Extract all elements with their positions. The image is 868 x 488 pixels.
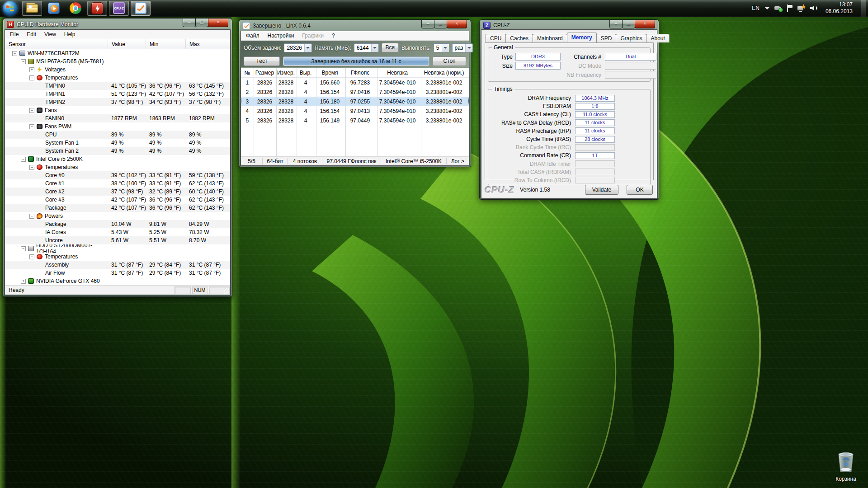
volume-icon[interactable]	[810, 5, 818, 12]
collapse-box-icon[interactable]: −	[29, 75, 34, 80]
combo-arrow-icon[interactable]	[465, 44, 472, 52]
maximize-button[interactable]: □	[195, 19, 208, 27]
sensor-row[interactable]: Air Flow31 °C (87 °F)29 °C (84 °F)31 °C …	[5, 269, 230, 277]
sensor-row[interactable]: −Fans	[5, 106, 230, 114]
collapse-box-icon[interactable]: −	[21, 246, 26, 251]
maximize-button[interactable]: □	[434, 20, 447, 28]
tab-memory[interactable]: Memory	[567, 33, 597, 42]
tray-clock[interactable]: 13:07 06.06.2013	[823, 1, 855, 15]
action-center-flag-icon[interactable]	[787, 5, 793, 12]
table-header-cell[interactable]: Время	[315, 70, 344, 76]
hwmonitor-titlebar[interactable]: H CPUID Hardware Monitor − □ ×	[3, 19, 232, 29]
sensor-row[interactable]: −WIN-M7T6CBABT2M	[5, 49, 230, 57]
ok-button[interactable]: OK	[627, 185, 653, 195]
menu-file[interactable]: File	[6, 31, 23, 38]
sensor-row[interactable]: −MSI P67A-GD65 (MS-7681)	[5, 57, 230, 66]
test-button[interactable]: Тест	[244, 56, 280, 66]
sensor-row[interactable]: FANIN01877 RPM1863 RPM1882 RPM	[5, 114, 230, 122]
sensor-row[interactable]: TMPIN151 °C (123 °F)42 °C (107 °F)56 °C …	[5, 90, 230, 98]
collapse-box-icon[interactable]: −	[29, 124, 34, 129]
taskbar-button-cpuz[interactable]: CPU-Z	[109, 1, 129, 16]
collapse-box-icon[interactable]: −	[21, 157, 26, 162]
collapse-box-icon[interactable]: −	[29, 254, 34, 259]
usb-icon[interactable]	[774, 5, 782, 12]
hidden-icons-chevron[interactable]	[765, 7, 769, 9]
collapse-box-icon[interactable]: −	[29, 214, 34, 219]
minimize-button[interactable]: −	[183, 19, 196, 27]
tab-cpu[interactable]: CPU	[486, 34, 506, 42]
collapse-box-icon[interactable]: −	[12, 51, 17, 56]
sensor-row[interactable]: +Voltages	[5, 66, 230, 74]
sensor-row[interactable]: Core #138 °C (100 °F)33 °C (91 °F)62 °C …	[5, 179, 230, 188]
run-count-combo[interactable]: 5	[434, 43, 449, 52]
sensor-row[interactable]: Core #237 °C (98 °F)32 °C (89 °F)60 °C (…	[5, 188, 230, 196]
menu-file[interactable]: Файл	[242, 33, 264, 39]
tab-about[interactable]: About	[646, 34, 669, 42]
sensor-row[interactable]: +NVIDIA GeForce GTX 460	[5, 277, 230, 285]
taskbar-button-media-player[interactable]	[44, 1, 64, 16]
close-button[interactable]: ×	[447, 20, 467, 28]
linx-titlebar[interactable]: Завершено - LinX 0.6.4 − □ ×	[239, 20, 471, 31]
resize-grip[interactable]	[224, 288, 229, 294]
sensor-row[interactable]: System Fan 149 %49 %49 %	[5, 139, 230, 147]
start-button[interactable]	[3, 1, 18, 16]
table-header-cell[interactable]: ГФлопс	[344, 70, 376, 76]
collapse-box-icon[interactable]: −	[29, 165, 34, 170]
combo-arrow-icon[interactable]	[304, 44, 311, 52]
sensor-row[interactable]: TMPIN237 °C (98 °F)34 °C (93 °F)37 °C (9…	[5, 98, 230, 106]
cpuz-titlebar[interactable]: Z CPU-Z − □ ×	[480, 20, 659, 29]
tab-mainboard[interactable]: Mainboard	[533, 34, 567, 42]
sensor-row[interactable]: TMPIN041 °C (105 °F)36 °C (96 °F)63 °C (…	[5, 82, 230, 90]
status-log-link[interactable]: Лог >	[447, 158, 469, 164]
result-row[interactable]: 528326283284156.14997.04497.304594e-0103…	[241, 116, 469, 125]
close-button[interactable]: ×	[208, 19, 228, 27]
sensor-row[interactable]: IA Cores5.43 W5.25 W78.32 W	[5, 228, 230, 236]
stop-button[interactable]: Стоп	[433, 56, 466, 66]
tab-spd[interactable]: SPD	[596, 34, 617, 42]
taskbar-button-explorer[interactable]	[22, 1, 42, 16]
menu-help[interactable]: Help	[60, 31, 80, 38]
sensor-row[interactable]: CPU89 %89 %89 %	[5, 131, 230, 139]
language-indicator[interactable]: EN	[751, 5, 760, 11]
taskbar-button-lightning-app[interactable]	[87, 1, 107, 16]
result-row[interactable]: 228326283284156.15497.04167.304594e-0103…	[241, 87, 469, 97]
minimize-button[interactable]: −	[421, 20, 434, 28]
combo-arrow-icon[interactable]	[371, 44, 378, 52]
sensor-row[interactable]: Package10.04 W9.81 W84.29 W	[5, 220, 230, 228]
sensor-row[interactable]: −Temperatures	[5, 74, 230, 82]
maximize-button[interactable]: □	[622, 20, 635, 28]
column-header-min[interactable]: Min	[146, 39, 186, 49]
menu-help[interactable]: ?	[328, 33, 339, 39]
menu-settings[interactable]: Настройки	[264, 33, 298, 39]
table-header-cell[interactable]: Невязка	[376, 70, 419, 76]
collapse-box-icon[interactable]: −	[29, 108, 34, 113]
sensor-row[interactable]: Package42 °C (107 °F)36 °C (96 °F)62 °C …	[5, 204, 230, 212]
result-row-selected[interactable]: 328326283284156.18097.02557.304594e-0103…	[241, 97, 469, 106]
sensor-row[interactable]: Core #342 °C (107 °F)36 °C (96 °F)62 °C …	[5, 196, 230, 204]
sensor-row[interactable]: −Powers	[5, 212, 230, 220]
expand-box-icon[interactable]: +	[29, 67, 34, 72]
menu-view[interactable]: View	[40, 31, 60, 38]
table-header-cell[interactable]: Выр.	[296, 70, 316, 76]
column-header-value[interactable]: Value	[108, 39, 146, 49]
minimize-button[interactable]: −	[609, 20, 623, 28]
combo-arrow-icon[interactable]	[442, 44, 449, 52]
sensor-row[interactable]: Uncore5.61 W5.51 W8.70 W	[5, 236, 230, 244]
close-button[interactable]: ×	[635, 20, 655, 28]
sensor-row[interactable]: −Intel Core i5 2500K	[5, 155, 230, 163]
menu-edit[interactable]: Edit	[23, 31, 40, 38]
memory-combo[interactable]: 6144	[354, 43, 379, 52]
taskbar-button-chrome[interactable]	[66, 1, 85, 16]
result-row[interactable]: 128326283284156.66096.72837.304594e-0103…	[241, 78, 469, 87]
table-header-cell[interactable]: Измер.	[276, 70, 296, 76]
taskbar-button-linx[interactable]	[131, 1, 151, 16]
column-header-sensor[interactable]: Sensor	[5, 39, 108, 49]
show-desktop-button[interactable]	[861, 0, 866, 17]
sensor-row[interactable]: Assembly31 °C (87 °F)29 °C (84 °F)31 °C …	[5, 261, 230, 269]
table-header-cell[interactable]: Размер	[254, 70, 276, 76]
column-header-max[interactable]: Max	[186, 39, 230, 49]
collapse-box-icon[interactable]: −	[21, 59, 26, 64]
tab-caches[interactable]: Caches	[505, 34, 533, 42]
sensor-row[interactable]: System Fan 249 %49 %49 %	[5, 147, 230, 155]
expand-box-icon[interactable]: +	[21, 279, 26, 284]
